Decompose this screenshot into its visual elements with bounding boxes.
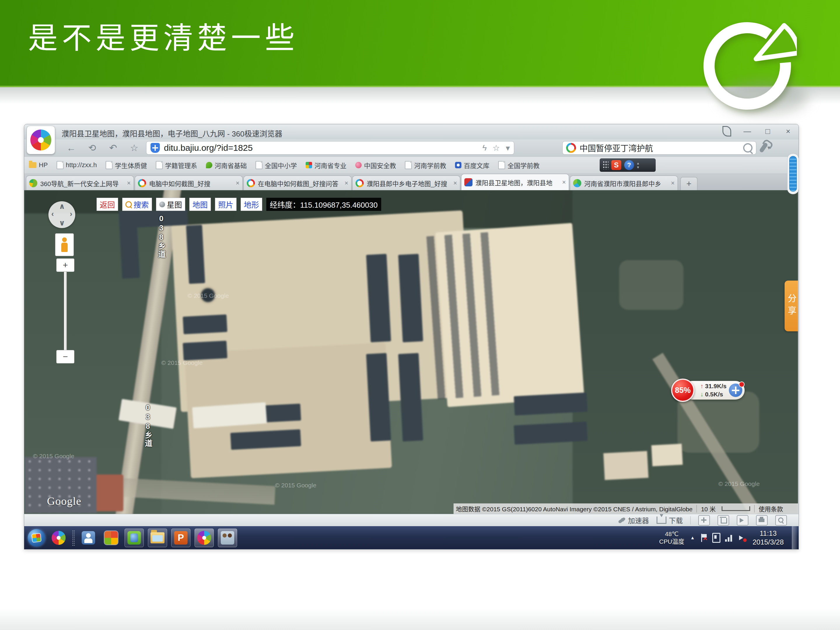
divider [690,516,691,524]
address-bar[interactable]: ditu.bajiu.org/?id=1825 ϟ ☆ ▾ [146,141,514,155]
map-viewport[interactable]: 返回 搜索 星图 地图 照片 地形 经纬度：115.109687,35.4600… [24,190,798,514]
settings-wrench[interactable]: ▾ [761,142,770,153]
taskbar-powerpoint[interactable]: P [171,529,191,547]
map-photo-button[interactable]: 照片 [215,198,237,211]
medical-kit-icon[interactable] [698,515,710,526]
map-map-button[interactable]: 地图 [189,198,211,211]
minimize-button[interactable]: — [741,126,754,136]
start-button[interactable] [28,529,45,546]
map-starmap-button[interactable]: 星图 [156,198,185,211]
new-tab-button[interactable]: + [681,177,697,190]
tab-henan-puyang[interactable]: 河南省濮阳市濮阳县郎中乡 × [570,175,678,190]
bookmark-item[interactable]: 学生体质健 [106,160,147,170]
refresh-button[interactable]: ⟲ [86,142,98,154]
skin-icon[interactable] [720,126,733,136]
pan-control[interactable]: ∧ ∨ ‹ › [48,201,75,228]
favorite-star-button[interactable]: ☆ [128,142,140,154]
bookmark-item[interactable]: 学籍管理系 [156,160,197,170]
page-zoom-icon[interactable] [775,515,787,526]
tab-close-icon[interactable]: × [453,179,457,187]
url-text[interactable]: ditu.bajiu.org/?id=1825 [164,143,482,153]
bookmark-item[interactable]: 中国安全教 [355,160,396,170]
tab-satellite-map-active[interactable]: 濮阳县卫星地图，濮阳县地 × [461,174,569,190]
scroll-thumb[interactable] [789,156,797,192]
print-icon[interactable] [756,515,768,526]
back-button[interactable]: ← [65,142,77,154]
clock-date: 2015/3/28 [753,538,784,546]
tab-close-icon[interactable]: × [562,178,566,186]
road-label: 038乡道 [156,214,167,258]
zoom-in-button[interactable]: + [56,258,74,272]
taskbar-360-safe[interactable] [49,529,68,547]
taskbar-explorer[interactable] [148,529,167,547]
tab-close-icon[interactable]: × [344,179,348,187]
tab-screenshot-qa[interactable]: 在电脑中如何截图_好搜问答 × [243,175,352,190]
bookmark-item[interactable]: 河南学前教 [405,160,446,170]
tab-close-icon[interactable]: × [127,179,131,187]
bolt-icon[interactable]: ϟ [482,143,487,153]
sidebar-scroll-handle[interactable] [787,153,799,194]
taskbar-360-browser[interactable] [194,529,214,547]
streetview-pegman[interactable] [55,233,74,256]
tab-360nav[interactable]: 360导航_新一代安全上网导 × [26,175,134,190]
pan-up-arrow[interactable]: ∧ [59,202,65,211]
zoom-slider-track[interactable] [64,271,67,351]
search-box[interactable]: 中国暂停亚丁湾护航 [562,141,756,155]
url-dropdown-icon[interactable]: ▾ [506,143,510,153]
taskbar-photos-app[interactable] [218,529,237,547]
help-icon[interactable]: ? [624,160,634,170]
google-logo: Google [47,495,81,507]
search-query[interactable]: 中国暂停亚丁湾护航 [579,142,743,154]
map-search-button[interactable]: 搜索 [122,198,152,211]
network-signal-icon[interactable] [725,534,734,542]
close-button[interactable]: × [782,126,794,136]
mute-icon[interactable] [737,515,748,526]
bookmark-item[interactable]: 百度文库 [455,160,489,170]
restore-button[interactable]: □ [761,126,774,136]
device-icon[interactable] [712,533,720,543]
sogou-icon[interactable]: S [611,160,621,170]
bookmark-item[interactable]: 河南省专业 [306,160,346,170]
cpu-temperature: 48℃ CPU温度 [659,530,684,545]
slide-title: 是不是更清楚一些 [28,14,298,57]
terms-link[interactable]: 使用条款 [759,504,783,513]
windows-taskbar: P 48℃ CPU温度 ▲ 11:13 2015/3/28 [24,526,799,549]
map-terrain-button[interactable]: 地形 [241,198,262,211]
share-tab[interactable]: 分享 [785,281,798,332]
accelerator-button[interactable]: 加速器 [618,515,649,525]
terrain-patch [619,260,684,310]
tab-langzhong-map[interactable]: 濮阳县郎中乡电子地图_好搜 × [352,175,460,190]
multicolor-icon [306,162,312,168]
bookmark-item[interactable]: 全国学前教 [498,160,540,170]
network-speed-widget[interactable]: ↑ 31.9K/s ↓ 0.5K/s 85% [671,379,745,402]
download-manager-button[interactable]: 下载 [657,515,683,525]
taskbar-clock[interactable]: 11:13 2015/3/28 [753,529,784,546]
bookmark-item[interactable]: http://zxx.h [57,161,97,169]
pan-down-arrow[interactable]: ∨ [59,218,65,227]
tab-close-icon[interactable]: × [671,179,675,187]
trash-icon[interactable] [717,515,729,526]
upload-speed: 31.9K/s [705,383,726,389]
pan-left-arrow[interactable]: ‹ [51,209,54,218]
bookmark-item[interactable]: 河南省基础 [206,160,247,170]
tray-expand-icon[interactable]: ▲ [690,535,695,540]
taskbar-cloud-app[interactable] [125,529,144,547]
map-back-button[interactable]: 返回 [96,198,118,211]
zoom-out-button[interactable]: − [56,350,74,363]
memory-usage-ball[interactable]: 85% [671,379,695,402]
taskbar-tiles-app[interactable] [102,529,120,547]
tab-close-icon[interactable]: × [236,179,240,187]
show-desktop-button[interactable] [792,526,797,549]
bookmark-item[interactable]: HP [29,161,48,169]
toolbar-arrows-icon[interactable]: ▴▾ [637,161,639,169]
toolbar-extension-box[interactable]: S ? ▴▾ [600,158,656,172]
tab-screenshot-search[interactable]: 电脑中如何截图_好搜 × [135,175,243,190]
pan-right-arrow[interactable]: › [70,209,72,218]
undo-button[interactable]: ↶ [107,142,119,154]
taskbar-security-app[interactable] [79,529,98,547]
search-icon[interactable] [743,143,753,153]
action-center-flag-icon[interactable] [701,534,707,542]
bookmark-star-icon[interactable]: ☆ [493,143,500,153]
bookmark-item[interactable]: 全国中小学 [256,160,297,170]
volume-icon[interactable] [739,534,747,542]
